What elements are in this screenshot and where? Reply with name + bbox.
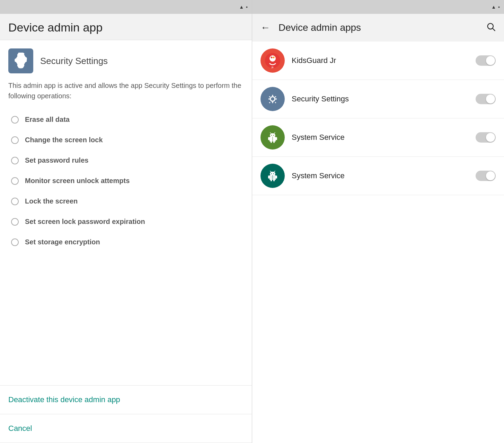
action-buttons: Deactivate this device admin app Cancel (0, 386, 252, 443)
list-item: Set storage encryption (11, 232, 244, 252)
permission-label-4: Monitor screen unlock attempts (25, 177, 130, 185)
checkbox-circle-5 (11, 198, 19, 205)
svg-line-2 (493, 28, 495, 30)
left-header: Device admin app (0, 14, 252, 40)
list-item: Monitor screen unlock attempts (11, 171, 244, 191)
app-row-kidsguard: Jr KidsGuard Jr (252, 42, 504, 80)
list-item: Erase all data (11, 109, 244, 130)
svg-point-5 (271, 57, 273, 58)
android-teal-icon (260, 164, 285, 188)
svg-point-6 (273, 57, 275, 58)
security-settings-toggle[interactable] (476, 94, 496, 104)
security-settings-name: Security Settings (292, 94, 469, 103)
right-panel-title: Device admin apps (278, 22, 478, 33)
permission-label-6: Set screen lock password expiration (25, 218, 145, 226)
checkbox-circle-3 (11, 157, 19, 164)
svg-text:Jr: Jr (271, 66, 274, 69)
left-content: Security Settings This admin app is acti… (0, 40, 252, 385)
app-description: This admin app is active and allows the … (8, 80, 244, 101)
kidsguard-toggle[interactable] (476, 55, 496, 66)
permission-label-7: Set storage encryption (25, 238, 100, 246)
system-service-toggle-2[interactable] (476, 171, 496, 181)
checkbox-circle-2 (11, 136, 19, 144)
signal-icon: ▲ (239, 4, 244, 10)
svg-point-12 (271, 135, 272, 136)
permission-label-1: Erase all data (25, 116, 70, 124)
search-button[interactable] (483, 19, 498, 37)
permission-label-2: Change the screen lock (25, 136, 103, 144)
cancel-button[interactable]: Cancel (0, 414, 252, 443)
left-panel: ▲ ▪ Device admin app Security Settings T… (0, 0, 252, 443)
svg-point-24 (271, 173, 272, 174)
battery-icon: ▪ (246, 4, 248, 10)
deactivate-button[interactable]: Deactivate this device admin app (0, 386, 252, 414)
svg-point-13 (273, 135, 274, 136)
android-green-icon (260, 125, 285, 150)
app-info-row: Security Settings (8, 48, 244, 73)
right-header: ← Device admin apps (252, 14, 504, 42)
app-row-system-service-2: System Service (252, 157, 504, 195)
svg-point-25 (273, 173, 274, 174)
list-item: Set password rules (11, 150, 244, 171)
system-service-name-2: System Service (292, 171, 469, 180)
back-button[interactable]: ← (258, 19, 273, 36)
list-item: Change the screen lock (11, 130, 244, 150)
kidsguard-name: KidsGuard Jr (292, 56, 469, 65)
app-name-left: Security Settings (40, 56, 108, 66)
kidsguard-icon: Jr (260, 48, 285, 73)
right-battery-icon: ▪ (498, 4, 500, 10)
list-item: Lock the screen (11, 191, 244, 211)
svg-point-0 (18, 58, 23, 63)
checkbox-circle-1 (11, 116, 19, 124)
checkbox-circle-6 (11, 218, 19, 226)
security-settings-icon (8, 48, 33, 73)
checkbox-circle-4 (11, 177, 19, 185)
left-status-bar: ▲ ▪ (0, 0, 252, 14)
app-row-security: Security Settings (252, 80, 504, 118)
svg-rect-16 (268, 137, 269, 140)
svg-rect-17 (276, 137, 277, 140)
permissions-list: Erase all data Change the screen lock Se… (11, 109, 244, 252)
security-settings-list-icon (260, 87, 285, 111)
list-item: Set screen lock password expiration (11, 211, 244, 232)
svg-point-8 (265, 91, 280, 107)
svg-rect-19 (273, 141, 275, 143)
right-signal-icon: ▲ (491, 4, 496, 10)
right-content: Jr KidsGuard Jr Security Settings (252, 42, 504, 443)
left-panel-title: Device admin app (8, 21, 244, 34)
app-row-system-service-1: System Service (252, 118, 504, 157)
svg-rect-18 (271, 141, 272, 143)
svg-rect-28 (268, 175, 269, 179)
system-service-name-1: System Service (292, 133, 469, 142)
svg-point-4 (269, 55, 276, 62)
right-panel: ▲ ▪ ← Device admin apps J (252, 0, 504, 443)
permission-label-5: Lock the screen (25, 197, 78, 205)
right-status-bar: ▲ ▪ (252, 0, 504, 14)
system-service-toggle-1[interactable] (476, 132, 496, 143)
checkbox-circle-7 (11, 238, 19, 246)
permission-label-3: Set password rules (25, 156, 88, 164)
svg-rect-29 (276, 175, 277, 179)
